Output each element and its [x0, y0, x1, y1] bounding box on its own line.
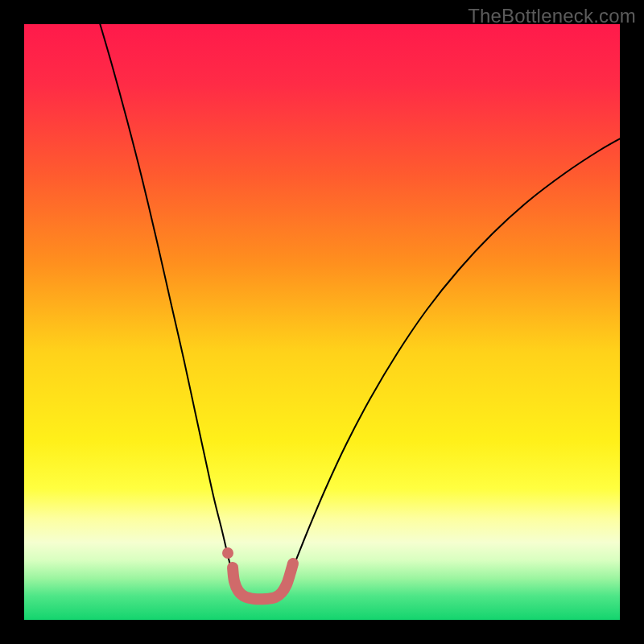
chart-background [24, 24, 620, 620]
chart-plot-area [24, 24, 620, 620]
chart-svg [24, 24, 620, 620]
outer-frame: TheBottleneck.com [0, 0, 644, 644]
series-bottom-marker-dot [222, 547, 233, 559]
